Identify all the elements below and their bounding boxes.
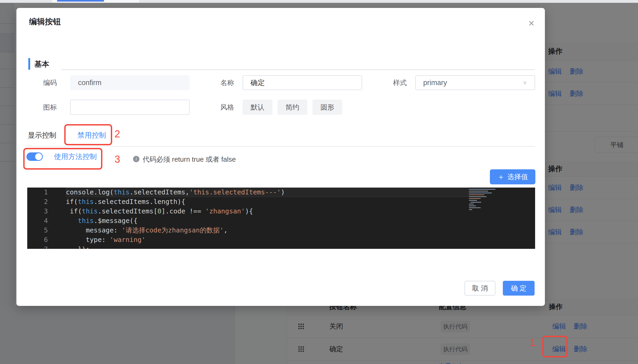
line-number: 4 (27, 216, 57, 226)
code-line: 2if(this.selectedItems.length){ (27, 197, 535, 207)
tabs-divider (28, 146, 535, 147)
shape-simple-button[interactable]: 简约 (277, 100, 307, 115)
editor-minimap[interactable] (469, 189, 500, 218)
pick-value-label: 选择值 (507, 172, 528, 181)
code-line: 1console.log(this.selectedItems,'this.se… (27, 188, 535, 197)
plus-icon: ＋ (497, 173, 505, 181)
shape-round-button[interactable]: 圆形 (312, 100, 342, 115)
close-icon[interactable]: ✕ (526, 17, 537, 29)
icon-input[interactable] (70, 100, 190, 115)
annotation-box-step2 (64, 124, 112, 145)
annotation-number-2: 2 (115, 128, 120, 140)
pick-value-button[interactable]: ＋ 选择值 (490, 169, 535, 184)
style-select[interactable]: primary ∨ (415, 75, 535, 90)
cancel-button[interactable]: 取 消 (464, 281, 495, 296)
code-line: 6 type: 'warning' (27, 235, 535, 245)
line-number: 1 (27, 188, 57, 197)
tab-display-control[interactable]: 显示控制 (28, 129, 56, 141)
line-number: 7 (27, 245, 57, 249)
code-line: 4 this.$message({ (27, 216, 535, 226)
code-lines: 1console.log(this.selectedItems,'this.se… (27, 188, 535, 249)
shape-default-button[interactable]: 默认 (243, 100, 272, 115)
annotation-number-3: 3 (115, 154, 120, 165)
code-line: 5 message: '请选择code为zhangsan的数据', (27, 226, 535, 235)
screen: 操作 编辑删除编辑删除 平铺 折 操作 编辑删除编辑删除编辑删除 按钮名称 配置… (0, 0, 638, 364)
line-number: 2 (27, 197, 57, 207)
style-select-value: primary (423, 79, 447, 87)
code-input[interactable] (70, 75, 190, 90)
active-tab-indicator[interactable] (57, 0, 104, 2)
icon-label: 图标 (33, 100, 57, 115)
annotation-box-step1 (542, 336, 568, 357)
browser-top-strip (0, 0, 638, 3)
shape-label: 风格 (210, 100, 234, 115)
line-number: 3 (27, 207, 57, 216)
code-line: 3 if(this.selectedItems[0].code !== 'zha… (27, 207, 535, 216)
code-line: 7 }); (27, 245, 535, 249)
code-editor[interactable]: 1console.log(this.selectedItems,'this.se… (27, 188, 535, 249)
code-label: 编码 (33, 75, 57, 90)
section-accent-bar (28, 58, 30, 70)
line-number: 5 (27, 226, 57, 235)
annotation-number-1: 1 (530, 337, 536, 348)
section-title-basic: 基本 (34, 59, 49, 69)
info-icon: i (133, 156, 139, 162)
chevron-down-icon: ∨ (522, 80, 527, 86)
dialog-title: 编辑按钮 (29, 16, 61, 27)
style-label: 样式 (383, 75, 407, 90)
annotation-box-step3 (23, 148, 102, 170)
name-input[interactable] (243, 75, 362, 90)
hint-text: 代码必须 return true 或者 false (143, 155, 236, 164)
line-number: 6 (27, 235, 57, 245)
name-label: 名称 (210, 75, 234, 90)
section-divider (61, 69, 535, 70)
confirm-button[interactable]: 确 定 (503, 281, 535, 296)
